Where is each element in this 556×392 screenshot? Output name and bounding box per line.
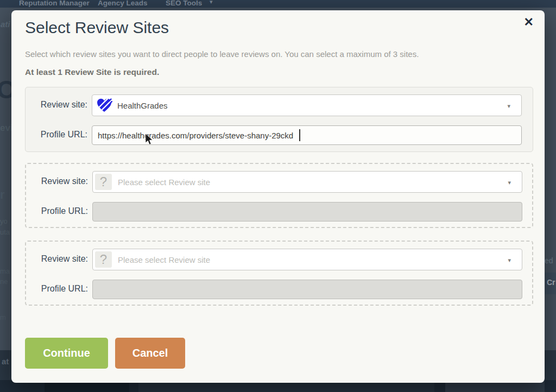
chevron-down-icon: ▾ <box>507 103 510 110</box>
nav-item-reputation-manager[interactable]: Reputation Manager <box>19 0 90 7</box>
close-icon[interactable]: ✕ <box>524 15 534 29</box>
review-site-placeholder: Please select Review site <box>118 178 210 187</box>
modal-description: Select which review sites you want to di… <box>25 49 419 59</box>
selected-review-site: HealthGrades <box>117 101 168 110</box>
review-site-group-2: Review site: ? Please select Review site… <box>25 163 533 228</box>
healthgrades-heart-icon <box>96 97 112 113</box>
profile-url-input-2 <box>92 202 522 222</box>
review-site-select-1[interactable]: HealthGrades ▾ <box>92 94 522 116</box>
question-mark-icon: ? <box>95 251 112 268</box>
review-site-select-2[interactable]: ? Please select Review site ▾ <box>92 171 522 193</box>
background-text-fragment: r <box>0 188 5 202</box>
background-text-fragment: ed <box>545 256 553 265</box>
review-site-select-3[interactable]: ? Please select Review site ▾ <box>92 249 522 270</box>
profile-url-label: Profile URL: <box>26 130 87 140</box>
modal-title: Select Review Sites <box>25 18 169 37</box>
review-site-label: Review site: <box>26 254 88 264</box>
nav-item-agency-leads[interactable]: Agency Leads <box>98 0 148 7</box>
background-text-fragment: m <box>0 313 6 321</box>
background-text-fragment: Cr <box>547 278 555 287</box>
chevron-down-icon: ▾ <box>508 257 511 264</box>
review-site-label: Review site: <box>26 176 88 186</box>
requirement-note: At least 1 Review Site is required. <box>25 67 159 77</box>
background-text-fragment: ma <box>0 267 10 275</box>
background-text-fragment: uta <box>0 228 10 236</box>
review-site-label: Review site: <box>26 100 87 110</box>
continue-button[interactable]: Continue <box>25 338 108 369</box>
background-text-fragment: ne <box>0 277 8 286</box>
chevron-down-icon: ▾ <box>508 179 511 186</box>
review-site-group-3: Review site: ? Please select Review site… <box>25 241 533 306</box>
text-caret <box>299 129 300 141</box>
profile-url-label: Profile URL: <box>26 206 88 216</box>
cancel-button[interactable]: Cancel <box>115 338 185 369</box>
chevron-down-icon: ▾ <box>210 0 213 5</box>
review-site-group-1: Review site: <box>25 87 533 152</box>
question-mark-icon: ? <box>95 174 112 190</box>
profile-url-input-3 <box>92 280 522 299</box>
background-text-fragment: ati <box>1 20 10 29</box>
select-review-sites-modal: Select Review Sites ✕ Select which revie… <box>11 10 545 383</box>
review-site-placeholder: Please select Review site <box>118 255 210 264</box>
background-text-fragment: yo <box>0 217 8 225</box>
profile-url-input-1[interactable] <box>92 125 522 145</box>
background-text-fragment: at <box>2 357 9 366</box>
nav-item-seo-tools[interactable]: SEO Tools <box>166 0 202 7</box>
top-navbar: Reputation Manager Agency Leads SEO Tool… <box>0 0 556 8</box>
profile-url-label: Profile URL: <box>26 284 88 294</box>
